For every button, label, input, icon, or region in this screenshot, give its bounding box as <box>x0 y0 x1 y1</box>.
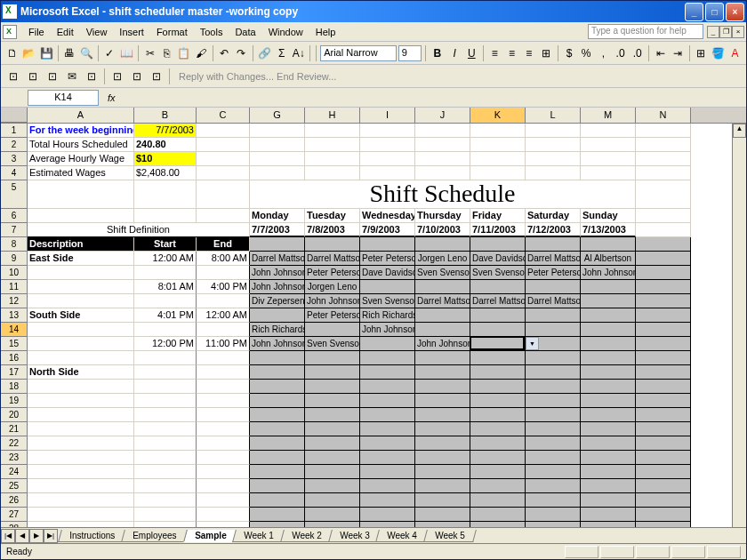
copy-icon[interactable]: ⎘ <box>159 44 174 62</box>
decrease-indent-icon[interactable]: ⇤ <box>653 44 668 62</box>
row-header-2[interactable]: 2 <box>1 138 28 152</box>
cell[interactable] <box>360 380 415 394</box>
column-header-A[interactable]: A <box>28 108 134 123</box>
cell[interactable] <box>470 394 526 408</box>
row-header-5[interactable]: 5 <box>1 180 28 209</box>
increase-indent-icon[interactable]: ⇥ <box>670 44 685 62</box>
row-header-20[interactable]: 20 <box>1 408 28 422</box>
cell[interactable] <box>28 351 134 365</box>
cell[interactable]: Total Hours Scheduled <box>28 138 134 152</box>
cell[interactable]: 12:00 AM <box>134 252 197 266</box>
control-menu-icon[interactable] <box>3 25 17 39</box>
cell[interactable] <box>134 209 197 223</box>
cell[interactable] <box>636 422 691 436</box>
cell[interactable] <box>581 323 636 337</box>
cell[interactable] <box>305 138 360 152</box>
row-header-21[interactable]: 21 <box>1 422 28 436</box>
cell[interactable]: Div Zepersen <box>250 294 305 308</box>
review-icon-3[interactable]: ⊡ <box>44 68 61 85</box>
cell[interactable] <box>415 493 470 508</box>
cell[interactable] <box>360 351 415 365</box>
review-icon-1[interactable]: ⊡ <box>4 68 22 85</box>
cell[interactable] <box>28 337 134 351</box>
column-header-J[interactable]: J <box>415 108 470 123</box>
cell[interactable]: Friday <box>470 209 526 223</box>
cell[interactable] <box>360 508 415 522</box>
cell[interactable] <box>305 380 360 394</box>
sheet-tab-employees[interactable]: Employees <box>121 530 188 542</box>
scroll-up-icon[interactable]: ▲ <box>733 124 746 138</box>
cell[interactable] <box>28 422 134 436</box>
cell[interactable] <box>134 422 197 436</box>
cell[interactable] <box>305 479 360 493</box>
cell[interactable]: John Johnson <box>250 337 305 351</box>
select-all-corner[interactable] <box>1 108 28 123</box>
row-header-19[interactable]: 19 <box>1 394 28 408</box>
cell[interactable] <box>360 237 415 252</box>
cell[interactable] <box>250 422 305 436</box>
cell[interactable] <box>134 436 197 451</box>
cell[interactable] <box>305 365 360 380</box>
new-icon[interactable]: 🗋 <box>4 44 20 62</box>
cell[interactable] <box>470 124 526 138</box>
spellcheck-icon[interactable]: ✓ <box>102 44 117 62</box>
cell[interactable] <box>636 522 691 527</box>
cell[interactable] <box>415 436 470 451</box>
cell[interactable]: Shift Definition <box>28 223 250 237</box>
menu-file[interactable]: File <box>22 25 51 39</box>
cell[interactable] <box>197 124 250 138</box>
cell[interactable] <box>526 436 581 451</box>
row-header-13[interactable]: 13 <box>1 308 28 323</box>
cell[interactable]: Jorgen Leno <box>415 252 470 266</box>
cell[interactable] <box>305 237 360 252</box>
cell-dropdown-icon[interactable]: ▼ <box>526 337 539 350</box>
cell[interactable] <box>415 237 470 252</box>
cell[interactable] <box>305 522 360 527</box>
cell[interactable]: Sunday <box>581 209 636 223</box>
cell[interactable] <box>134 351 197 365</box>
cell[interactable] <box>636 294 691 308</box>
cell[interactable] <box>526 422 581 436</box>
cell[interactable] <box>360 124 415 138</box>
cell[interactable]: East Side <box>28 252 134 266</box>
column-header-L[interactable]: L <box>526 108 581 123</box>
cell[interactable] <box>360 166 415 180</box>
cell[interactable] <box>526 508 581 522</box>
cell[interactable]: Thursday <box>415 209 470 223</box>
cell[interactable] <box>636 436 691 451</box>
cell[interactable] <box>360 365 415 380</box>
cell[interactable] <box>360 465 415 479</box>
cell[interactable]: 8:00 AM <box>197 252 250 266</box>
row-header-9[interactable]: 9 <box>1 252 28 266</box>
review-icon-7[interactable]: ⊡ <box>128 68 146 85</box>
cell[interactable] <box>636 152 691 166</box>
cell[interactable] <box>305 422 360 436</box>
cell[interactable]: 7/12/2003 <box>526 223 581 237</box>
cell[interactable] <box>581 408 636 422</box>
cell[interactable] <box>581 380 636 394</box>
cell[interactable] <box>526 166 581 180</box>
cell[interactable] <box>305 408 360 422</box>
print-preview-icon[interactable]: 🔍 <box>79 44 94 62</box>
align-center-icon[interactable]: ≡ <box>504 44 519 62</box>
cell[interactable] <box>250 365 305 380</box>
cell[interactable] <box>581 493 636 508</box>
cell[interactable] <box>28 180 134 209</box>
cell[interactable]: 8:01 AM <box>134 280 197 294</box>
cell[interactable] <box>526 380 581 394</box>
cell[interactable] <box>636 252 691 266</box>
cell[interactable]: 7/7/2003 <box>250 223 305 237</box>
cell[interactable]: Sven Svenson <box>305 337 360 351</box>
cell[interactable] <box>470 479 526 493</box>
row-header-22[interactable]: 22 <box>1 436 28 451</box>
cell[interactable]: 11:00 PM <box>197 337 250 351</box>
cell[interactable] <box>636 394 691 408</box>
doc-minimize-button[interactable]: _ <box>707 26 719 38</box>
cell[interactable] <box>526 152 581 166</box>
cell[interactable] <box>197 394 250 408</box>
open-icon[interactable]: 📂 <box>21 44 36 62</box>
cell[interactable] <box>415 451 470 465</box>
fx-icon[interactable]: fx <box>108 92 116 103</box>
schedule-title[interactable]: Shift Schedule <box>250 180 636 209</box>
cell[interactable]: Darrel Mattson <box>250 252 305 266</box>
